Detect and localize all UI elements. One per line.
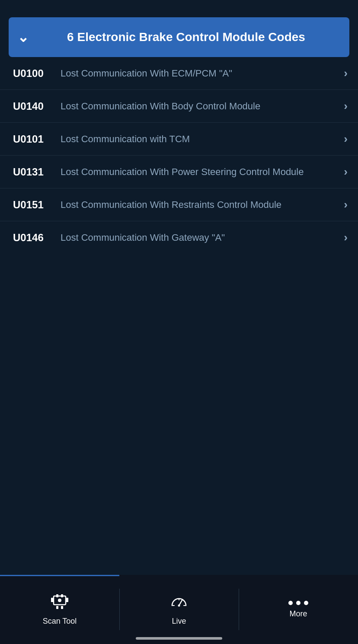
dtc-description: Lost Communication With Gateway "A" xyxy=(61,231,339,244)
svg-rect-5 xyxy=(56,606,58,609)
dtc-code: U0146 xyxy=(13,232,61,244)
dot-icon xyxy=(296,601,300,605)
dtc-code: U0131 xyxy=(13,166,61,178)
list-item[interactable]: U0146 Lost Communication With Gateway "A… xyxy=(0,221,358,254)
svg-point-7 xyxy=(58,599,61,602)
list-item[interactable]: U0140 Lost Communication With Body Contr… xyxy=(0,90,358,123)
dtc-description: Lost Communication With Power Steering C… xyxy=(61,166,339,179)
nav-label-more: More xyxy=(289,609,307,618)
dtc-code: U0140 xyxy=(13,100,61,112)
svg-point-9 xyxy=(178,604,180,606)
dtc-code: U0151 xyxy=(13,199,61,211)
section-title: 6 Electronic Brake Control Module Codes xyxy=(36,29,336,45)
nav-item-live[interactable]: Live xyxy=(119,575,239,644)
chevron-right-icon: › xyxy=(344,165,348,179)
more-dots-icon xyxy=(288,601,308,605)
dtc-description: Lost Communication With Body Control Mod… xyxy=(61,100,339,113)
chevron-right-icon: › xyxy=(344,99,348,113)
nav-item-more[interactable]: More xyxy=(239,575,358,644)
collapse-chevron-icon: ⌄ xyxy=(17,30,29,44)
svg-rect-6 xyxy=(61,606,63,609)
dot-icon xyxy=(288,601,293,605)
nav-label-scan-tool: Scan Tool xyxy=(43,617,77,626)
dtc-code: U0100 xyxy=(13,67,61,80)
chevron-right-icon: › xyxy=(344,67,348,80)
speedometer-icon xyxy=(169,593,189,612)
chevron-right-icon: › xyxy=(344,198,348,211)
list-item[interactable]: U0151 Lost Communication With Restraints… xyxy=(0,188,358,221)
dot-icon xyxy=(304,601,308,605)
svg-rect-4 xyxy=(61,594,63,597)
bottom-navigation: Scan Tool Live More xyxy=(0,575,358,644)
dtc-code: U0101 xyxy=(13,133,61,145)
list-item[interactable]: U0101 Lost Communication with TCM › xyxy=(0,123,358,156)
chevron-right-icon: › xyxy=(344,132,348,146)
engine-icon xyxy=(50,593,69,612)
dtc-description: Lost Communication with TCM xyxy=(61,133,339,146)
nav-item-scan-tool[interactable]: Scan Tool xyxy=(0,575,119,644)
section-header[interactable]: ⌄ 6 Electronic Brake Control Module Code… xyxy=(9,17,349,57)
chevron-right-icon: › xyxy=(344,231,348,244)
svg-rect-3 xyxy=(56,594,58,597)
dtc-description: Lost Communication With Restraints Contr… xyxy=(61,198,339,211)
home-indicator xyxy=(136,637,222,640)
list-item[interactable]: U0131 Lost Communication With Power Stee… xyxy=(0,156,358,188)
code-list: U0100 Lost Communication With ECM/PCM "A… xyxy=(0,57,358,254)
list-item[interactable]: U0100 Lost Communication With ECM/PCM "A… xyxy=(0,57,358,90)
nav-label-live: Live xyxy=(172,617,186,626)
dtc-description: Lost Communication With ECM/PCM "A" xyxy=(61,67,339,80)
